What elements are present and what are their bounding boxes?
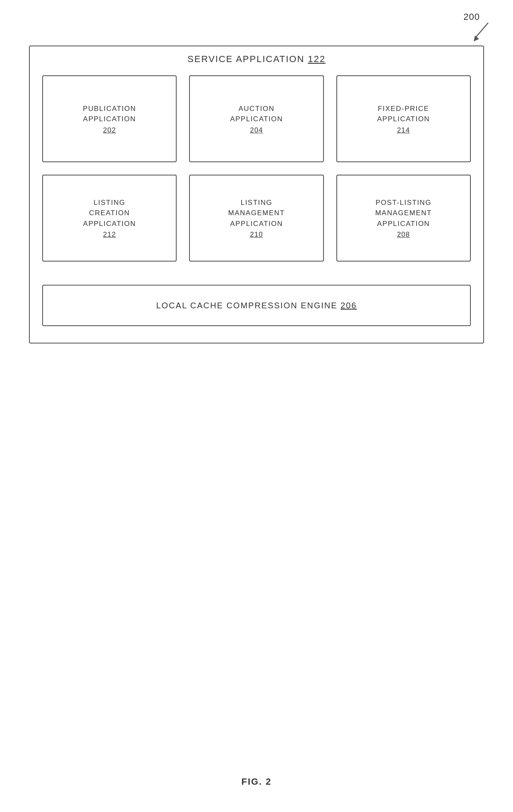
listing-management-application-label: LISTINGMANAGEMENTAPPLICATION [228,197,285,229]
post-listing-management-application-ref: 208 [397,231,410,239]
service-application-title: SERVICE APPLICATION 122 [30,54,483,65]
listing-creation-application-box: LISTINGCREATIONAPPLICATION 212 [42,175,177,262]
page-container: 200 SERVICE APPLICATION 122 PUBLICATIONA… [0,0,513,812]
fixed-price-application-label: FIXED-PRICEAPPLICATION [377,103,430,125]
svg-line-0 [476,23,488,37]
publication-application-label: PUBLICATIONAPPLICATION [83,103,136,125]
cache-compression-engine-label: LOCAL CACHE COMPRESSION ENGINE 206 [156,301,357,310]
auction-application-ref: 204 [250,126,263,135]
top-row: PUBLICATIONAPPLICATION 202 AUCTIONAPPLIC… [42,75,471,162]
auction-application-label: AUCTIONAPPLICATION [230,103,283,125]
service-application-ref: 122 [308,54,326,64]
service-application-box: SERVICE APPLICATION 122 PUBLICATIONAPPLI… [29,46,484,344]
fixed-price-application-box: FIXED-PRICEAPPLICATION 214 [336,75,471,162]
listing-management-application-box: LISTINGMANAGEMENTAPPLICATION 210 [189,175,324,262]
figure-caption: FIG. 2 [0,776,513,787]
cache-compression-engine-box: LOCAL CACHE COMPRESSION ENGINE 206 [42,285,471,326]
cache-compression-engine-ref: 206 [340,301,357,310]
listing-management-application-ref: 210 [250,231,263,239]
publication-application-box: PUBLICATIONAPPLICATION 202 [42,75,177,162]
publication-application-ref: 202 [103,126,116,135]
listing-creation-application-label: LISTINGCREATIONAPPLICATION [83,197,136,229]
post-listing-management-application-box: POST-LISTINGMANAGEMENTAPPLICATION 208 [336,175,471,262]
arrow-icon [472,21,490,45]
fixed-price-application-ref: 214 [397,126,410,135]
listing-creation-application-ref: 212 [103,231,116,239]
bottom-row: LISTINGCREATIONAPPLICATION 212 LISTINGMA… [42,175,471,262]
post-listing-management-application-label: POST-LISTINGMANAGEMENTAPPLICATION [375,197,432,229]
auction-application-box: AUCTIONAPPLICATION 204 [189,75,324,162]
